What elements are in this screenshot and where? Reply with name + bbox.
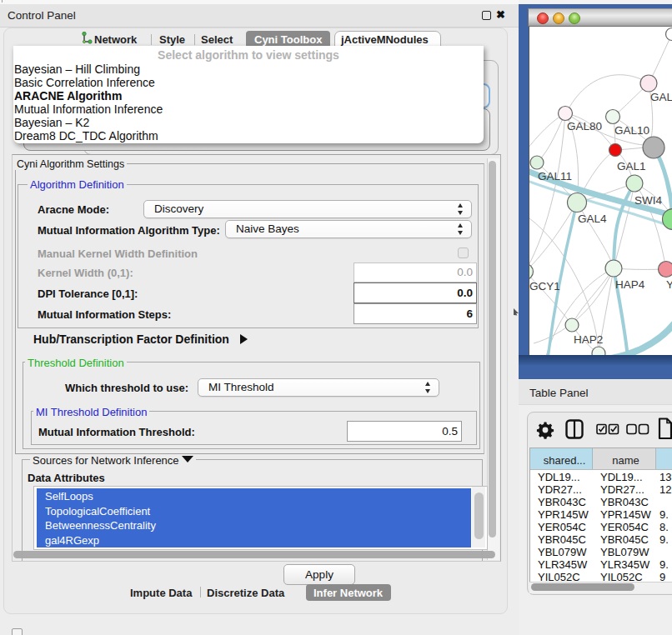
- svg-text:GAL10: GAL10: [614, 124, 649, 137]
- svg-text:GAL1: GAL1: [617, 160, 646, 172]
- svg-text:HAP4: HAP4: [615, 278, 645, 291]
- svg-text:GAL7: GAL7: [650, 91, 672, 103]
- svg-text:SWI4: SWI4: [634, 194, 662, 207]
- svg-text:HAP2: HAP2: [574, 333, 603, 346]
- svg-text:GAL4: GAL4: [578, 212, 607, 225]
- svg-text:GAL80: GAL80: [567, 120, 602, 132]
- svg-text:GAL11: GAL11: [538, 170, 572, 182]
- svg-text:GCY1: GCY1: [529, 280, 560, 292]
- svg-text:Y: Y: [666, 278, 672, 291]
